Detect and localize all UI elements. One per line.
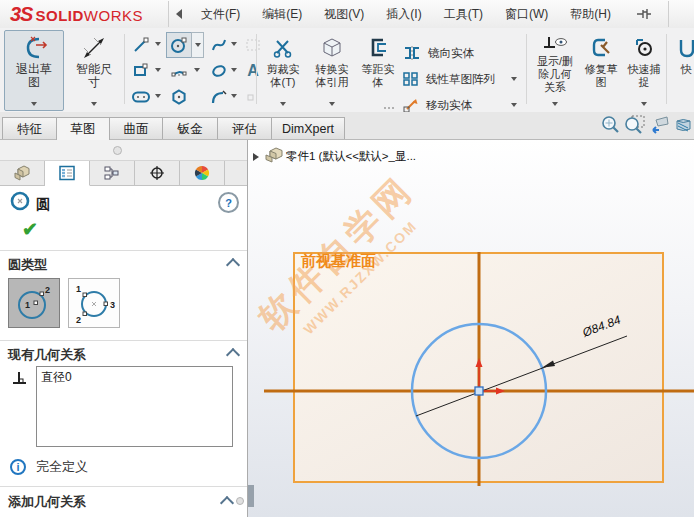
title-bar: 3S SOLID WORKS 文件(F) 编辑(E) 视图(V) 插入(I) 工…	[0, 0, 694, 29]
line-tool-button[interactable]	[128, 32, 154, 58]
rectangle-icon	[132, 62, 150, 80]
tab-evaluate[interactable]: 评估	[217, 117, 272, 139]
color-wheel-icon	[193, 165, 211, 181]
line-tool-dropdown[interactable]	[152, 32, 163, 56]
zoom-to-area-icon[interactable]	[624, 115, 645, 136]
zoom-to-fit-icon[interactable]	[600, 115, 621, 136]
smart-dimension-dropdown[interactable]	[91, 102, 97, 106]
dimension-value[interactable]: Ø84.84	[580, 313, 623, 341]
sketch-geometry: Ø84.84	[248, 140, 694, 517]
smart-dimension-button[interactable]: 智能尺寸	[66, 30, 122, 111]
rectangle-tool-dropdown[interactable]	[152, 58, 163, 82]
linear-pattern-dropdown[interactable]	[508, 67, 519, 91]
ok-button[interactable]: ✔	[22, 218, 38, 241]
dimension-leader-line[interactable]	[416, 336, 627, 416]
quick-snaps-button[interactable]: 快速捕捉	[622, 30, 666, 111]
fillet-tool-dropdown[interactable]	[228, 84, 239, 108]
menu-file[interactable]: 文件(F)	[190, 1, 251, 28]
slot-tool-button[interactable]	[128, 84, 154, 110]
arc-tool-dropdown[interactable]	[191, 58, 202, 82]
circle-center-point[interactable]	[475, 387, 483, 395]
trim-entities-button[interactable]: 剪裁实体(T)	[259, 30, 307, 111]
center-circle-type-button[interactable]: 1 2	[8, 278, 60, 328]
menu-help[interactable]: 帮助(H)	[559, 1, 622, 28]
circle-tool-button[interactable]	[166, 32, 192, 58]
panel-splitter-handle[interactable]	[113, 146, 122, 155]
logo-solid-text: SOLID	[35, 7, 83, 24]
move-icon	[402, 97, 420, 113]
panel-tab-filler	[225, 161, 247, 186]
section-add-relations: 添加几何关系	[8, 493, 86, 511]
trim-entities-dropdown[interactable]	[280, 102, 286, 106]
rectangle-tool-button[interactable]	[128, 58, 154, 84]
menu-window[interactable]: 窗口(W)	[494, 1, 559, 28]
tab-featuremanager-tree[interactable]	[0, 161, 45, 186]
convert-entities-button[interactable]: 转换实体引用	[308, 30, 356, 111]
repair-sketch-icon	[589, 33, 613, 63]
tab-dimxpertmanager[interactable]	[135, 161, 180, 186]
collapse-chevron-circle-type[interactable]	[226, 258, 240, 272]
logo-works-text: WORKS	[84, 7, 143, 24]
spline-tool-dropdown[interactable]	[228, 32, 239, 56]
exit-sketch-icon	[19, 33, 49, 63]
tab-sheet-metal[interactable]: 钣金	[162, 117, 218, 139]
existing-relations-listbox[interactable]: 直径0	[36, 366, 233, 447]
exit-sketch-button[interactable]: 退出草图	[4, 30, 64, 111]
tab-displaymanager[interactable]	[180, 161, 225, 186]
arc-tool-button[interactable]	[166, 58, 192, 84]
panel-scroll-dot[interactable]	[236, 497, 244, 505]
fillet-icon	[210, 88, 228, 106]
relations-icon	[10, 370, 30, 392]
display-relations-dropdown[interactable]	[552, 102, 558, 106]
rapid-sketch-button-partial[interactable]: 快	[670, 30, 694, 111]
pin-menu-icon[interactable]	[636, 7, 652, 21]
tab-configurationmanager[interactable]	[90, 161, 135, 186]
section-existing-relations: 现有几何关系	[8, 346, 86, 364]
tab-features[interactable]: 特征	[2, 117, 57, 139]
display-delete-relations-button[interactable]: 显示/删除几何关系	[530, 30, 580, 111]
section-circle-type: 圆类型	[8, 256, 47, 274]
menu-edit[interactable]: 编辑(E)	[251, 1, 313, 28]
property-manager-panel: 圆 ? ✔ 圆类型 1 2 1 2 3 现有几何关系 直径0	[0, 140, 248, 517]
repair-sketch-button[interactable]: 修复草图	[580, 30, 622, 111]
collapse-chevron-add-relations[interactable]	[220, 496, 234, 510]
tab-surfaces[interactable]: 曲面	[109, 117, 163, 139]
configuration-icon	[103, 165, 121, 181]
center-circle-icon: 1 2	[11, 281, 57, 325]
polygon-tool-button[interactable]	[166, 84, 192, 110]
circle-tool-dropdown[interactable]	[191, 32, 204, 58]
menu-insert[interactable]: 插入(I)	[375, 1, 432, 28]
exit-sketch-dropdown[interactable]	[31, 102, 37, 106]
mirror-entities-button[interactable]: 镜向实体	[402, 42, 474, 64]
logo-3s-glyph: 3S	[10, 3, 32, 26]
quick-snaps-dropdown[interactable]	[641, 102, 647, 106]
tab-dimxpert[interactable]: DimXpert	[271, 117, 345, 139]
circle-icon	[170, 36, 188, 54]
pattern-icon	[402, 71, 420, 87]
slot-tool-dropdown[interactable]	[152, 84, 163, 108]
previous-view-icon[interactable]	[648, 115, 670, 136]
tab-sketch[interactable]: 草图	[56, 117, 110, 140]
svg-text:1: 1	[76, 284, 81, 294]
section-view-icon[interactable]	[673, 115, 694, 136]
graphics-area[interactable]: 零件1 (默认<<默认>_显... 软件自学网 WWW.RJZXW.COM 前视…	[248, 140, 694, 517]
target-icon	[148, 165, 166, 181]
collapse-chevron-existing-relations[interactable]	[226, 348, 240, 362]
menu-collapse-icon[interactable]	[176, 9, 182, 19]
viewport-edge-handle[interactable]	[248, 485, 254, 507]
toolbar-separator	[526, 34, 527, 104]
offset-icon	[366, 33, 390, 63]
sketch-command-toolbar: 退出草图 智能尺寸 A	[0, 28, 694, 113]
tab-propertymanager[interactable]	[45, 161, 90, 186]
linear-sketch-pattern-button[interactable]: 线性草图阵列	[402, 68, 495, 90]
relation-item[interactable]: 直径0	[37, 367, 232, 388]
help-button[interactable]: ?	[218, 192, 239, 213]
perimeter-circle-type-button[interactable]: 1 2 3	[68, 278, 120, 328]
menu-view[interactable]: 视图(V)	[313, 1, 375, 28]
offset-entities-button[interactable]: 等距实体	[356, 30, 400, 111]
line-icon	[132, 36, 150, 54]
ellipse-tool-dropdown[interactable]	[228, 58, 239, 82]
perimeter-circle-icon: 1 2 3	[71, 281, 117, 325]
menu-tools[interactable]: 工具(T)	[433, 1, 494, 28]
convert-entities-dropdown[interactable]	[329, 102, 335, 106]
